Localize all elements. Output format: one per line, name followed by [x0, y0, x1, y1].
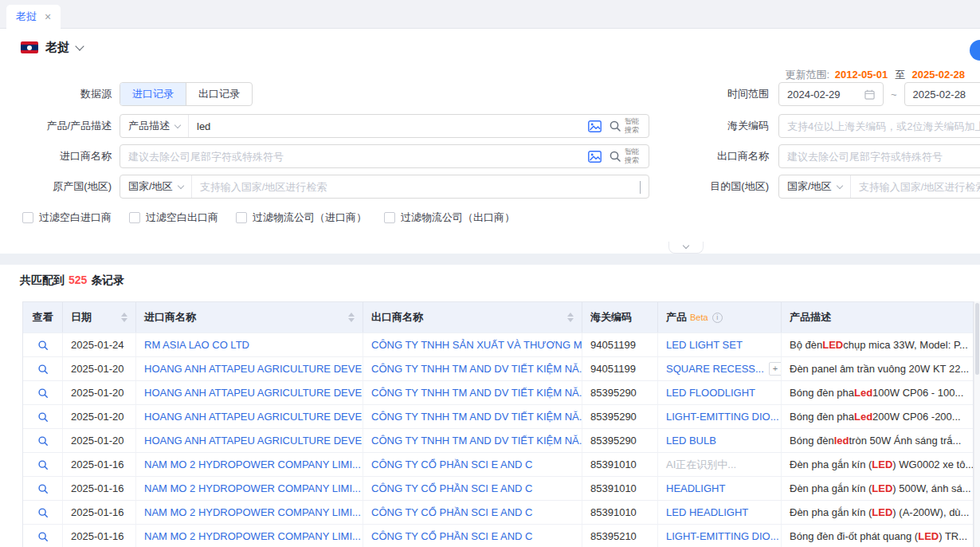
filter-checkbox-item[interactable]: 过滤空白出口商 [129, 211, 218, 225]
chevron-down-icon [174, 121, 181, 128]
filter-checkbox-item[interactable]: 过滤空白进口商 [22, 211, 112, 225]
results-count: 525 [69, 274, 87, 286]
importer-link[interactable]: HOANG ANH ATTAPEU AGRICULTURE DEVE... [136, 357, 363, 380]
view-detail-button[interactable] [23, 405, 63, 428]
image-search-icon[interactable] [588, 120, 602, 132]
country-name: 老挝 [45, 40, 69, 55]
tab-export-records[interactable]: 出口记录 [186, 83, 252, 105]
checkbox-icon[interactable] [384, 212, 395, 223]
time-range-end-input[interactable]: 2025-02-28 [904, 82, 980, 106]
product-link[interactable]: LIGHT-EMITTING DIO... [666, 411, 779, 423]
product-link[interactable]: HEADLIGHT [666, 482, 725, 494]
exporter-link[interactable]: CÔNG TY TNHH TM AND DV TIẾT KIỆM NĂ... [363, 429, 582, 452]
importer-label: 进口商名称 [0, 149, 112, 163]
importer-name-input[interactable] [120, 146, 580, 167]
exporter-link[interactable]: CÔNG TY CỔ PHẦN SCI E AND C [363, 501, 582, 524]
country-selector[interactable]: 老挝 [21, 40, 83, 55]
magnifier-icon [37, 364, 49, 375]
product-link[interactable]: LED LIGHT SET [666, 339, 743, 351]
checkbox-label: 过滤物流公司（进口商） [253, 211, 367, 225]
product-cell: AI正在识别中... [658, 453, 782, 476]
hs-code-value: 85395290 [582, 429, 658, 452]
checkbox-label: 过滤物流公司（出口商） [401, 211, 515, 225]
hs-code-value: 94051199 [582, 333, 658, 356]
origin-country-input[interactable] [192, 176, 640, 197]
scrollbar-thumb[interactable] [975, 303, 979, 375]
exporter-link[interactable]: CÔNG TY CỔ PHẦN SCI E AND C [363, 477, 582, 500]
product-search-input[interactable] [189, 116, 580, 136]
vertical-scrollbar[interactable] [974, 301, 980, 547]
chevron-down-icon[interactable] [640, 181, 641, 194]
smart-search-button[interactable]: 智能搜索 [609, 148, 641, 166]
image-search-icon[interactable] [588, 151, 602, 163]
table-row: 2025-01-16NAM MO 2 HYDROPOWER COMPANY LI… [23, 500, 973, 524]
product-description: Bóng đèn pha Led 200W CP06 -200... [782, 405, 973, 428]
importer-link[interactable]: NAM MO 2 HYDROPOWER COMPANY LIMI... [136, 453, 363, 476]
product-cell: HEADLIGHT [658, 477, 782, 500]
update-range-from: 2012-05-01 [835, 69, 888, 81]
collapse-filters-button[interactable] [668, 242, 704, 254]
smart-search-button[interactable]: 智能搜索 [609, 117, 641, 136]
view-detail-button[interactable] [23, 525, 63, 547]
view-detail-button[interactable] [23, 357, 63, 380]
product-link[interactable]: LED BULB [666, 435, 716, 447]
exporter-name-input[interactable] [778, 144, 980, 168]
view-detail-button[interactable] [23, 333, 63, 356]
exporter-link[interactable]: CÔNG TY TNHH SẢN XUẤT VÀ THƯƠNG M... [363, 333, 582, 356]
row-date: 2025-01-20 [63, 357, 136, 380]
laos-flag-icon [21, 41, 38, 53]
view-detail-button[interactable] [23, 453, 63, 476]
product-field-select[interactable]: 产品描述 [120, 115, 189, 137]
col-date: 日期 [71, 310, 92, 325]
time-range-start-input[interactable]: 2024-02-29 [778, 82, 884, 106]
smart-search-icon [609, 150, 621, 163]
exporter-link[interactable]: CÔNG TY TNHH TM AND DV TIẾT KIỆM NĂ... [363, 357, 582, 380]
destination-country-select[interactable]: 国家/地区 [779, 175, 851, 198]
checkbox-icon[interactable] [236, 212, 247, 223]
exporter-link[interactable]: CÔNG TY TNHH TM AND DV TIẾT KIỆM NĂ... [363, 405, 582, 428]
product-link[interactable]: LED HEADLIGHT [666, 506, 748, 518]
checkbox-icon[interactable] [22, 212, 33, 223]
filter-checkbox-item[interactable]: 过滤物流公司（进口商） [236, 211, 367, 225]
destination-country-input[interactable] [851, 176, 980, 197]
checkbox-icon[interactable] [129, 212, 140, 223]
hs-code-input[interactable] [778, 114, 980, 138]
sort-importer-icon[interactable] [343, 313, 355, 322]
tab-import-records[interactable]: 进口记录 [120, 83, 186, 105]
magnifier-icon [37, 340, 49, 351]
view-detail-button[interactable] [23, 501, 63, 524]
view-detail-button[interactable] [23, 381, 63, 404]
exporter-link[interactable]: CÔNG TY CỔ PHẦN SCI E AND C [363, 525, 582, 547]
importer-link[interactable]: HOANG ANH ATTAPEU AGRICULTURE DEVE... [136, 381, 363, 404]
product-cell: LED FLOODLIGHT [658, 381, 782, 404]
exporter-link[interactable]: CÔNG TY CỔ PHẦN SCI E AND C [363, 453, 582, 476]
importer-link[interactable]: HOANG ANH ATTAPEU AGRICULTURE DEVE... [136, 429, 363, 452]
importer-link[interactable]: HOANG ANH ATTAPEU AGRICULTURE DEVE... [136, 405, 363, 428]
view-detail-button[interactable] [23, 429, 63, 452]
product-link[interactable]: LED FLOODLIGHT [666, 387, 755, 399]
results-card: 共匹配到525条记录 查看 日期 进口商名称 出口商名称 海关编码 产品 Bet… [0, 265, 980, 547]
product-more-badge[interactable]: + 1 [769, 362, 782, 376]
view-detail-button[interactable] [23, 477, 63, 500]
sort-date-icon[interactable] [116, 313, 127, 322]
exporter-link[interactable]: CÔNG TY TNHH TM AND DV TIẾT KIỆM NĂ... [363, 381, 582, 404]
info-icon[interactable]: i [712, 313, 723, 323]
importer-link[interactable]: NAM MO 2 HYDROPOWER COMPANY LIMI... [136, 477, 363, 500]
product-description: Đèn pha gắn kín (LED) WG0002 xe tô... [782, 453, 973, 476]
product-ai-pending: AI正在识别中... [666, 458, 736, 472]
importer-link[interactable]: NAM MO 2 HYDROPOWER COMPANY LIMI... [136, 501, 363, 524]
magnifier-icon [37, 531, 49, 542]
origin-country-select[interactable]: 国家/地区 [120, 175, 192, 198]
filter-checkbox-item[interactable]: 过滤物流公司（出口商） [384, 211, 515, 225]
product-link[interactable]: SQUARE RECESS... [666, 363, 764, 375]
importer-link[interactable]: RM ASIA LAO CO LTD [136, 333, 363, 356]
sort-exporter-icon[interactable] [563, 313, 574, 322]
tab-laos[interactable]: 老挝 × [6, 5, 61, 29]
help-floating-button[interactable] [970, 40, 980, 61]
product-link[interactable]: LIGHT-EMITTING DIO... [666, 530, 779, 542]
importer-link[interactable]: NAM MO 2 HYDROPOWER COMPANY LIMI... [136, 525, 363, 547]
product-description: Bộ đèn LED chụp mica 33W, Model: P... [782, 333, 973, 356]
destination-country-group: 国家/地区 [778, 175, 980, 199]
tab-close-icon[interactable]: × [45, 11, 51, 22]
product-description: Đèn pha gắn kín (LED) 500W, ánh sá... [782, 477, 973, 500]
